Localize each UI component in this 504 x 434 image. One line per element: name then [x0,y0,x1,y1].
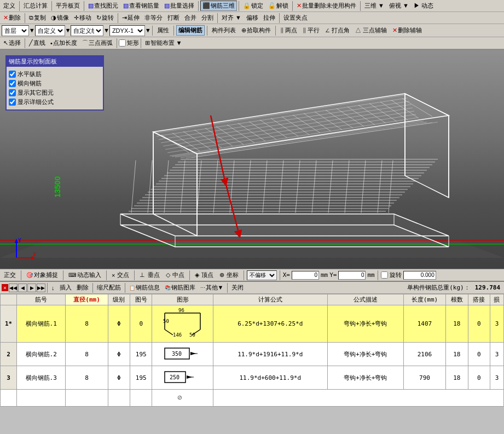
btn-other[interactable]: ⋯ 其他▼ [198,282,226,293]
btn-edit-rebar[interactable]: 编辑钢筋 [176,25,205,36]
btn-parallel[interactable]: ∥ 平行 [300,25,322,36]
btn-stretch[interactable]: 拉伸 [261,13,277,23]
btn-unlock[interactable]: 🔓 解锁 [266,1,291,11]
btn-copy[interactable]: ⧉ 复制 [27,13,48,23]
cb-detail-formula-input[interactable] [9,99,16,106]
td-length-2[interactable]: 2106 [403,343,445,366]
td-grade-2[interactable]: Φ [108,343,130,366]
td-dia-1[interactable]: 8 [66,305,108,343]
rotate-input[interactable] [403,271,436,280]
td-dia-3[interactable]: 8 [66,366,108,390]
td-grade-1[interactable]: Φ [108,305,130,343]
btn-nav-last[interactable]: ▶▶ [37,283,45,292]
td-splice-3[interactable]: 0 [468,366,490,390]
rect-check[interactable]: 矩形 [119,39,139,47]
cb-horizontal-input[interactable] [9,71,16,78]
td-loss-3[interactable]: 3 [490,366,503,390]
btn-split[interactable]: 分割 [199,13,216,23]
btn-rebar-info[interactable]: 📋 钢筋信息 [127,282,162,293]
btn-raise[interactable]: 平升板页 [54,1,82,11]
td-length-1[interactable]: 1407 [403,305,445,343]
btn-two-point[interactable]: ‖ 两点 [278,25,299,36]
btn-three-axis[interactable]: △ 三点辅轴 [353,25,389,36]
btn-grip[interactable]: 设置夹点 [281,13,310,23]
y-input[interactable] [338,271,366,280]
btn-select[interactable]: ↖ 选择 [1,38,23,48]
btn-dynamic-input[interactable]: ⌨ 动态输入 [66,270,103,280]
btn-sum[interactable]: 汇总计算 [21,1,50,11]
btn-coordinate[interactable]: ⊕ 坐标 [217,270,241,280]
btn-point-len[interactable]: • 点加长度 [48,38,79,48]
td-count-2[interactable]: 18 [446,343,468,366]
table-row[interactable]: 1* 横向钢筋.1 8 Φ 0 96 [1,305,504,343]
deviation-select[interactable]: 不偏移 [247,270,277,280]
btn-offset[interactable]: 偏移 [244,13,260,23]
btn-extend[interactable]: ⇥ 延伸 [120,13,142,23]
float-panel-title[interactable]: 钢筋显示控制面板 [7,56,103,67]
btn-move[interactable]: ✛ 移动 [72,13,94,23]
btn-ortho[interactable]: 正交 [2,270,18,280]
td-length-3[interactable]: 790 [403,366,445,390]
btn-rebar-lib[interactable]: 📚 钢筋图库 [163,282,198,293]
rotate-checkbox[interactable] [381,271,388,279]
x-input[interactable] [292,271,319,280]
btn-rebar-3d[interactable]: ⬛ 钢筋三维 [200,1,237,11]
btn-lock[interactable]: 🔒 锁定 [241,1,265,11]
td-barid-1[interactable]: 横向钢筋.1 [17,305,66,343]
btn-nav-first[interactable]: ◀◀ [9,283,18,292]
td-count-3[interactable]: 18 [446,366,468,390]
btn-nav-prev[interactable]: ◀ [18,283,27,292]
btn-batch-select[interactable]: ▤ 批量选择 [162,1,196,11]
table-row[interactable]: 3 横向钢筋.3 8 Φ 195 250 11.9*d+60 [1,366,504,390]
btn-align[interactable]: 对齐 ▼ [219,13,244,23]
btn-property[interactable]: 属性 [155,25,171,36]
btn-define[interactable]: 定义 [1,1,18,11]
btn-merge[interactable]: 合并 [182,13,199,23]
btn-delete[interactable]: ✕ 删除 [1,13,23,23]
btn-nav-next[interactable]: ▶ [27,283,36,292]
td-splice-1[interactable]: 0 [468,305,490,343]
btn-smart-layout[interactable]: ⊞ 智能布置 [143,38,177,48]
btn-pick-component[interactable]: ⊕ 拾取构件 [239,25,273,36]
btn-snap[interactable]: 🎯 对象捕捉 [24,270,60,280]
btn-del-row[interactable]: 删除 [74,282,91,293]
btn-dynamic[interactable]: ▶ 动态 [412,1,436,11]
btn-break[interactable]: 打断 [165,13,182,23]
td-formula-3[interactable]: 11.9*d+600+11.9*d [213,366,327,390]
btn-rotate[interactable]: ↻ 旋转 [94,13,116,23]
btn-batch-delete[interactable]: ✕ 批量删除未使用构件 [294,1,358,11]
td-grade-3[interactable]: Φ [108,366,130,390]
btn-intersection[interactable]: × 交点 [109,270,131,280]
td-dia-2[interactable]: 8 [66,343,108,366]
td-shapenum-3[interactable]: 195 [130,366,152,390]
btn-scale[interactable]: 缩尺配筋 [95,282,123,293]
td-barid-2[interactable]: 横向钢筋.2 [17,343,66,366]
cb-transverse-input[interactable] [9,80,16,87]
td-shapenum-1[interactable]: 0 [130,305,152,343]
cb-other-elem-input[interactable] [9,89,16,96]
btn-midpoint[interactable]: ◇ 中点 [164,270,187,280]
btn-find[interactable]: ▤ 查找图元 [86,1,120,11]
td-count-1[interactable]: 18 [446,305,468,343]
btn-del-axis[interactable]: ✕ 删除辅轴 [390,25,424,36]
btn-angle[interactable]: ∠ 打点角 [323,25,352,36]
td-loss-1[interactable]: 3 [490,305,503,343]
rect-checkbox[interactable] [119,39,126,47]
layer-mode-select[interactable]: 自定义 [35,25,65,36]
btn-down[interactable]: ↓ [49,283,57,292]
btn-arc[interactable]: ⌒ 三点画弧 [80,38,115,48]
btn-perpendicular[interactable]: ⊥ 垂点 [137,270,161,280]
zdyx-select[interactable]: ZDYX-1 [109,25,145,36]
td-shapenum-2[interactable]: 195 [130,343,152,366]
btn-noneq[interactable]: 非等分 [142,13,165,23]
btn-mirror[interactable]: ◑ 镜像 [49,13,71,23]
btn-3d[interactable]: 三维 ▼ [362,1,386,11]
btn-view-rebar[interactable]: ▤ 查看钢筋量 [121,1,161,11]
td-loss-2[interactable]: 3 [490,343,503,366]
td-formula-1[interactable]: 6.25*d+1307+6.25*d [213,305,327,343]
td-barid-3[interactable]: 横向钢筋.3 [17,366,66,390]
td-splice-2[interactable]: 0 [468,343,490,366]
btn-line[interactable]: ╱ 直线 [27,38,48,48]
btn-component-list[interactable]: 构件列表 [210,25,238,36]
btn-insert[interactable]: 插入 [57,282,74,293]
